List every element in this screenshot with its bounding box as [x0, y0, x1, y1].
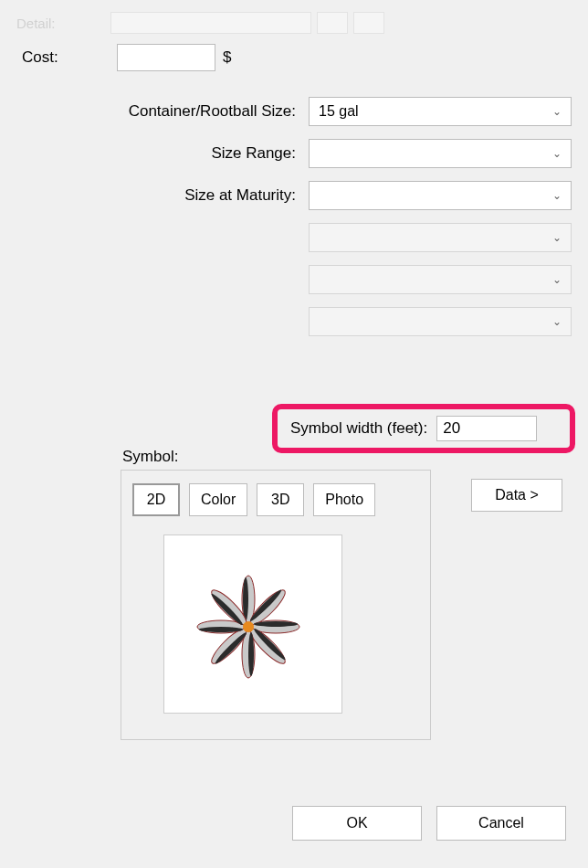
detail-input-faded [110, 12, 311, 34]
extra-row-2: ⌄ [16, 265, 572, 294]
extra-select-3: ⌄ [309, 307, 572, 336]
size-maturity-label: Size at Maturity: [16, 186, 309, 205]
container-size-row: Container/Rootball Size: 15 gal ⌄ [16, 97, 572, 126]
cancel-button[interactable]: Cancel [436, 806, 566, 841]
symbol-section: Symbol: 2D Color 3D Photo [121, 448, 431, 740]
browse-button-faded [317, 12, 348, 34]
svg-point-9 [248, 632, 254, 676]
container-size-label: Container/Rootball Size: [16, 102, 309, 121]
symbol-width-highlight: Symbol width (feet): [272, 404, 575, 453]
svg-point-16 [243, 621, 254, 632]
svg-point-5 [254, 621, 298, 627]
tab-color[interactable]: Color [189, 483, 247, 516]
cost-input[interactable] [117, 44, 215, 71]
size-range-row: Size Range: ⌄ [16, 139, 572, 168]
symbol-tab-row: 2D Color 3D Photo [132, 483, 419, 516]
cost-row: Cost: $ [16, 44, 572, 71]
chevron-down-icon: ⌄ [552, 105, 562, 118]
extra-select-1: ⌄ [309, 223, 572, 252]
size-maturity-row: Size at Maturity: ⌄ [16, 181, 572, 210]
chevron-down-icon: ⌄ [552, 273, 562, 286]
symbol-preview[interactable] [163, 535, 342, 714]
symbol-group-box: 2D Color 3D Photo [121, 470, 431, 740]
extra-select-2: ⌄ [309, 265, 572, 294]
dialog-button-row: OK Cancel [292, 806, 566, 841]
chevron-down-icon: ⌄ [552, 147, 562, 160]
data-button[interactable]: Data > [471, 479, 562, 512]
currency-symbol: $ [223, 48, 231, 67]
clear-button-faded [353, 12, 384, 34]
size-range-select[interactable]: ⌄ [309, 139, 572, 168]
svg-point-13 [199, 627, 243, 632]
container-size-value: 15 gal [319, 103, 359, 120]
detail-row-partial: Detail: [16, 9, 572, 37]
tab-3d[interactable]: 3D [257, 483, 304, 516]
detail-label: Detail: [16, 16, 56, 31]
cost-label: Cost: [16, 48, 117, 67]
symbol-width-label: Symbol width (feet): [290, 419, 427, 438]
ok-button[interactable]: OK [292, 806, 422, 841]
symbol-width-input[interactable] [436, 416, 537, 441]
chevron-down-icon: ⌄ [552, 231, 562, 244]
size-range-label: Size Range: [16, 144, 309, 163]
plant-properties-dialog: Detail: Cost: $ Container/Rootball Size:… [0, 0, 588, 868]
container-size-select[interactable]: 15 gal ⌄ [309, 97, 572, 126]
size-maturity-select[interactable]: ⌄ [309, 181, 572, 210]
extra-row-1: ⌄ [16, 223, 572, 252]
plant-symbol-icon [194, 565, 312, 683]
tab-photo[interactable]: Photo [313, 483, 375, 516]
extra-row-3: ⌄ [16, 307, 572, 336]
chevron-down-icon: ⌄ [552, 189, 562, 202]
tab-2d[interactable]: 2D [132, 483, 180, 516]
chevron-down-icon: ⌄ [552, 315, 562, 328]
